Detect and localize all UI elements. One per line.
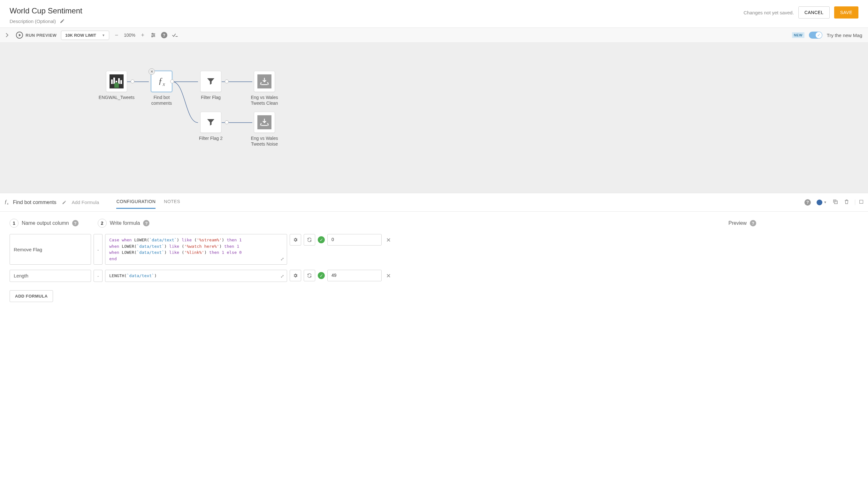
delete-icon[interactable] <box>844 199 849 206</box>
node-label: Eng vs Wales Tweets Noise <box>248 135 280 147</box>
edit-description-icon[interactable] <box>59 18 66 24</box>
delete-formula-button[interactable]: ✕ <box>384 237 393 243</box>
chevron-down-icon: ⌄ <box>97 248 99 251</box>
run-preview-label: RUN PREVIEW <box>25 33 57 38</box>
filter-icon <box>206 117 216 127</box>
delete-formula-button[interactable]: ✕ <box>384 272 393 280</box>
feature-toggle[interactable]: ✓ <box>809 32 822 39</box>
color-dot-icon <box>816 200 822 205</box>
play-icon <box>16 32 23 39</box>
save-button[interactable]: SAVE <box>834 7 858 19</box>
node-filter-flag[interactable]: Filter Flag <box>195 71 227 100</box>
column-name-dropdown[interactable]: ⌄ <box>93 270 102 282</box>
color-picker[interactable]: ▼ <box>816 200 827 205</box>
step-number-2: 2 <box>98 219 107 228</box>
node-label: Filter Flag 2 <box>199 135 223 141</box>
try-new-label: Try the new Mag <box>827 33 862 38</box>
expand-sidebar-chevron-icon[interactable] <box>2 31 11 39</box>
formula-row: ⌄ LENGTH(`data/text`)⤢ ✓ 49 ✕ <box>10 270 858 282</box>
svg-point-4 <box>153 35 154 36</box>
chevron-down-icon: ▼ <box>824 201 827 204</box>
expand-editor-icon[interactable]: ⤢ <box>280 273 284 280</box>
new-badge: NEW <box>792 32 804 38</box>
tab-configuration[interactable]: CONFIGURATION <box>116 196 156 209</box>
tab-notes[interactable]: NOTES <box>164 196 180 209</box>
add-formula-link[interactable]: Add Formula <box>72 200 99 205</box>
output-port[interactable] <box>170 80 174 83</box>
zoom-in-button[interactable]: + <box>140 32 146 39</box>
formula-valid-icon: ✓ <box>318 236 325 243</box>
zoom-out-button[interactable]: − <box>114 32 120 39</box>
refresh-formula-button[interactable] <box>304 234 315 246</box>
node-label: Find bot comments <box>146 94 178 106</box>
chevron-down-icon: ⌄ <box>97 274 99 277</box>
column-name-dropdown[interactable]: ⌄ <box>93 234 102 265</box>
row-limit-label: 10K ROW LIMIT <box>65 33 96 38</box>
remove-node-icon[interactable]: ✕ <box>148 68 155 75</box>
node-source[interactable]: ENGWAL_Tweets <box>101 71 133 100</box>
formula-settings-button[interactable] <box>290 234 301 246</box>
validate-icon[interactable] <box>172 32 178 38</box>
refresh-formula-button[interactable] <box>304 270 315 281</box>
output-port[interactable] <box>225 80 229 83</box>
page-title: World Cup Sentiment <box>10 7 82 15</box>
save-status: Changes not yet saved. <box>743 10 794 15</box>
preview-label: Preview <box>729 220 747 226</box>
step-number-1: 1 <box>10 219 19 228</box>
output-port[interactable] <box>225 121 229 124</box>
help-icon[interactable]: ? <box>161 32 167 38</box>
check-icon: ✓ <box>816 32 822 38</box>
node-label: Eng vs Wales Tweets Clean <box>248 94 280 106</box>
formula-settings-button[interactable] <box>290 270 301 281</box>
node-filter-flag-2[interactable]: Filter Flag 2 <box>195 112 227 141</box>
help-icon[interactable]: ? <box>804 199 811 206</box>
formula-valid-icon: ✓ <box>318 272 325 279</box>
preview-value: 0 <box>327 234 382 246</box>
collapse-panel-icon[interactable] <box>855 200 864 205</box>
node-find-bot[interactable]: ✕ ƒx Find bot comments <box>146 71 178 106</box>
output-dataset-icon <box>257 115 271 129</box>
output-dataset-icon <box>257 75 271 89</box>
node-output-noise[interactable]: Eng vs Wales Tweets Noise <box>248 112 280 147</box>
formula-editor[interactable]: LENGTH(`data/text`)⤢ <box>105 270 287 282</box>
edit-title-icon[interactable] <box>61 199 67 206</box>
formula-icon: ƒx <box>158 76 165 87</box>
chevron-down-icon: ▼ <box>102 34 105 37</box>
formula-icon: ƒx <box>4 199 8 205</box>
node-output-clean[interactable]: Eng vs Wales Tweets Clean <box>248 71 280 106</box>
output-column-name-input[interactable] <box>10 270 91 282</box>
filter-icon <box>206 77 216 86</box>
node-label: Filter Flag <box>201 94 221 100</box>
settings-sliders-icon[interactable] <box>150 32 157 38</box>
svg-rect-10 <box>860 200 863 204</box>
svg-point-3 <box>152 33 153 34</box>
run-preview-button[interactable]: RUN PREVIEW <box>16 32 57 39</box>
zoom-level: 100% <box>124 33 135 38</box>
row-limit-dropdown[interactable]: 10K ROW LIMIT ▼ <box>61 31 109 40</box>
preview-value: 49 <box>327 270 382 281</box>
expand-editor-icon[interactable]: ⤢ <box>280 256 284 262</box>
help-icon[interactable]: ? <box>72 220 79 226</box>
flow-canvas[interactable]: ENGWAL_Tweets ✕ ƒx Find bot comments Fil… <box>0 43 868 193</box>
description-placeholder[interactable]: Description (Optional) <box>10 19 56 24</box>
panel-title: Find bot comments <box>13 200 56 205</box>
formula-row: ⌄ Case when LOWER(`data/text`) like ('%s… <box>10 234 858 265</box>
step-1-label: Name output column <box>22 220 69 226</box>
svg-point-5 <box>151 36 152 37</box>
add-formula-button[interactable]: ADD FORMULA <box>10 290 53 302</box>
help-icon[interactable]: ? <box>750 220 756 226</box>
duplicate-icon[interactable] <box>833 199 838 206</box>
formula-editor[interactable]: Case when LOWER(`data/text`) like ('%str… <box>105 234 287 265</box>
cancel-button[interactable]: CANCEL <box>798 7 830 19</box>
node-label: ENGWAL_Tweets <box>99 94 134 100</box>
dataset-icon <box>110 75 124 89</box>
help-icon[interactable]: ? <box>143 220 149 226</box>
output-column-name-input[interactable] <box>10 234 91 265</box>
step-2-label: Write formula <box>110 220 140 226</box>
output-port[interactable] <box>131 80 134 83</box>
